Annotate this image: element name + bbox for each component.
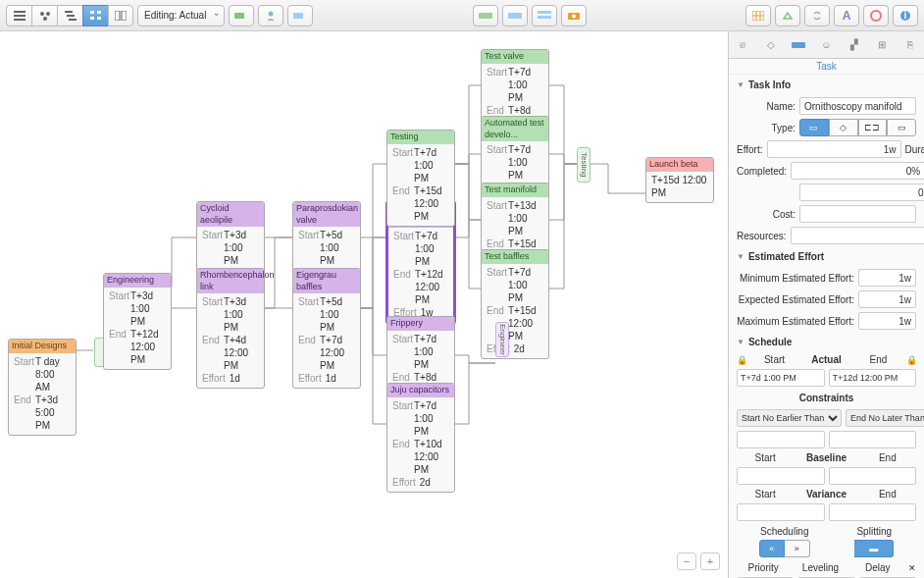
node-test-baffles[interactable]: Test baffles StartT+7d 1:00 PM EndT+15d … (481, 249, 549, 359)
svg-point-28 (871, 11, 881, 21)
node-initial-designs[interactable]: Initial Designs StartT day 8:00 AM EndT+… (8, 339, 77, 436)
view-split-button[interactable] (108, 5, 133, 26)
sync-button[interactable] (804, 5, 830, 26)
max-effort-input[interactable] (858, 312, 916, 330)
milestone-engineer[interactable]: Engineer (495, 322, 509, 357)
tab-milestone-icon[interactable]: ◇ (762, 36, 780, 54)
type-task[interactable]: ▭ (799, 119, 829, 136)
catch-up-button[interactable] (473, 5, 498, 26)
tab-columns-icon[interactable]: ⊞ (873, 36, 891, 54)
svg-point-3 (40, 12, 44, 16)
node-title: Rhombencephalon link (197, 269, 264, 293)
completed-hours-input[interactable] (799, 184, 924, 201)
completed-input[interactable] (791, 162, 924, 180)
section-task-info[interactable]: ▼Task Info (729, 75, 924, 95)
actual-end-input[interactable] (829, 369, 917, 387)
network-canvas[interactable]: Initial Designs StartT day 8:00 AM EndT+… (0, 31, 728, 578)
sched-alap[interactable]: » (785, 540, 810, 557)
inspector-tab-name: Task (729, 59, 924, 75)
svg-point-23 (572, 14, 576, 18)
milestone-label: Testing (580, 152, 589, 177)
type-group[interactable]: ▭ (887, 119, 916, 136)
info-button[interactable]: i (893, 5, 918, 26)
constraint-start-date[interactable] (737, 431, 825, 448)
tab-custom-icon[interactable]: ⎘ (901, 36, 919, 54)
svg-rect-6 (65, 11, 73, 13)
view-mode-segment (6, 5, 133, 26)
node-juju[interactable]: Juju capacitors StartT+7d 1:00 PM EndT+1… (386, 383, 455, 493)
svg-rect-20 (538, 11, 551, 14)
constraint-end-date[interactable] (829, 431, 917, 448)
level-button[interactable] (532, 5, 557, 26)
node-rhomb[interactable]: Rhombencephalon link StartT+3d 1:00 PM E… (196, 268, 265, 389)
view-outline-button[interactable] (6, 5, 31, 26)
node-engineering[interactable]: Engineering StartT+3d 1:00 PM EndT+12d 1… (103, 273, 172, 370)
tab-resource-icon[interactable]: ☺ (817, 36, 835, 54)
name-input[interactable] (799, 97, 916, 115)
style-critical-button[interactable] (775, 5, 800, 26)
cost-input[interactable] (799, 205, 916, 223)
svg-rect-12 (97, 17, 101, 20)
view-network-button[interactable] (82, 5, 108, 26)
style-grid-button[interactable] (745, 5, 771, 26)
baseline-end-input[interactable] (829, 467, 917, 485)
add-milestone-button[interactable] (287, 5, 313, 26)
section-schedule[interactable]: ▼Schedule (729, 332, 924, 352)
lock-end-icon[interactable]: 🔒 (906, 355, 916, 365)
variance-end-input[interactable] (829, 503, 917, 521)
add-task-button[interactable] (229, 5, 254, 26)
svg-rect-0 (14, 11, 26, 13)
capture-button[interactable] (561, 5, 587, 26)
constraint-end-select[interactable]: End No Later Than (846, 409, 924, 427)
node-launch-beta[interactable]: Launch beta T+15d 12:00 PM (645, 157, 714, 203)
svg-point-16 (269, 11, 274, 16)
svg-point-4 (46, 12, 50, 16)
reschedule-button[interactable] (502, 5, 528, 26)
zoom-out-button[interactable]: − (677, 552, 696, 570)
tab-project-icon[interactable]: ⎚ (734, 36, 751, 54)
tab-task-icon[interactable] (790, 36, 807, 54)
effort-input[interactable] (767, 140, 901, 158)
milestone-label: Engineer (498, 324, 507, 355)
scheduling-segment[interactable]: «» (759, 540, 810, 557)
node-eigengrau[interactable]: Eigengrau baffles StartT+5d 1:00 PM EndT… (292, 268, 361, 389)
colors-button[interactable] (863, 5, 889, 26)
baseline-start-input[interactable] (737, 467, 825, 485)
zoom-controls: − + (677, 552, 720, 570)
section-estimated-effort[interactable]: ▼Estimated Effort (729, 246, 924, 267)
svg-rect-21 (538, 16, 551, 19)
node-testing[interactable]: Testing StartT+7d 1:00 PM EndT+15d 12:00… (386, 130, 455, 227)
type-milestone[interactable]: ◇ (829, 119, 858, 136)
actual-start-input[interactable] (737, 369, 825, 387)
milestone-testing[interactable]: Testing (577, 147, 590, 183)
fonts-icon: A (843, 9, 851, 23)
lock-start-icon[interactable]: 🔒 (737, 355, 746, 365)
node-title: Launch beta (646, 158, 713, 172)
zoom-in-button[interactable]: + (700, 552, 720, 570)
node-title: Test manifold (482, 184, 548, 197)
exp-effort-input[interactable] (858, 290, 916, 308)
fonts-button[interactable]: A (834, 5, 859, 26)
node-title: Engineering (104, 274, 171, 288)
delay-clear-icon[interactable]: ✕ (908, 563, 916, 573)
tab-styles-icon[interactable]: ▞ (846, 36, 863, 54)
min-effort-input[interactable] (858, 269, 916, 287)
add-resource-button[interactable] (258, 5, 283, 26)
svg-rect-13 (115, 11, 120, 21)
variance-start-input[interactable] (737, 503, 825, 521)
view-gantt-button[interactable] (57, 5, 82, 26)
resources-input[interactable] (791, 227, 924, 244)
svg-rect-2 (14, 19, 26, 21)
type-hammock[interactable]: ⊏⊐ (858, 119, 888, 136)
splitting-toggle[interactable]: ▬ (854, 540, 894, 557)
sched-asap[interactable]: « (759, 540, 785, 557)
svg-rect-15 (234, 13, 244, 19)
view-resource-button[interactable] (31, 5, 57, 26)
node-title: Frippery (387, 317, 454, 331)
editing-mode-select[interactable]: Editing: Actual (137, 5, 225, 26)
constraint-start-select[interactable]: Start No Earlier Than (737, 409, 842, 427)
svg-rect-11 (90, 17, 94, 20)
main-toolbar: Editing: Actual A i (0, 0, 924, 31)
split-on[interactable]: ▬ (854, 540, 894, 557)
type-segment[interactable]: ▭ ◇ ⊏⊐ ▭ (799, 119, 916, 136)
